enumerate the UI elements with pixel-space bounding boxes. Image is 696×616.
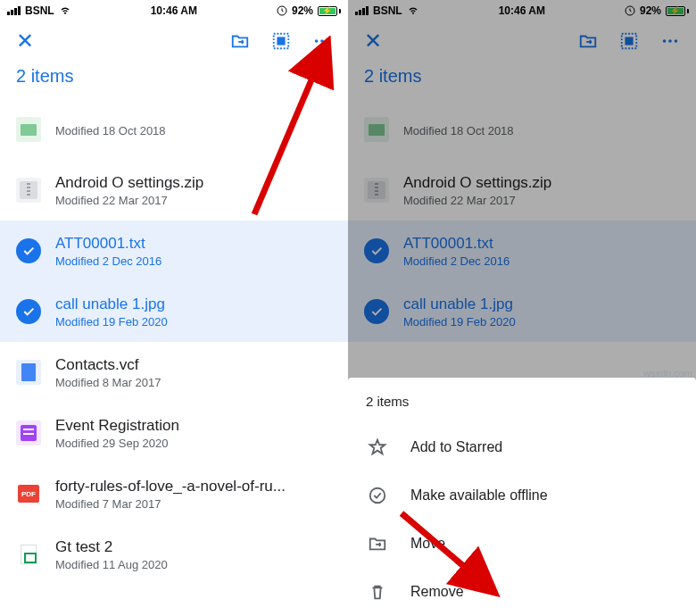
file-row[interactable]: ATT00001.txtModified 2 Dec 2016 bbox=[0, 221, 348, 281]
file-name: forty-rules-of-love_-a-novel-of-ru... bbox=[55, 478, 286, 495]
status-bar: BSNL 10:46 AM 92% ⚡ bbox=[0, 0, 348, 20]
file-modified: Modified 11 Aug 2020 bbox=[55, 558, 168, 571]
screen-right: BSNL 10:46 AM 92% ⚡ ✕ 2 items Modif bbox=[348, 0, 696, 616]
select-all-icon[interactable] bbox=[271, 31, 291, 51]
file-name: ATT00001.txt bbox=[55, 235, 162, 253]
svg-point-3 bbox=[320, 39, 324, 43]
move-icon bbox=[368, 534, 387, 554]
toolbar: ✕ bbox=[0, 20, 348, 62]
document-icon bbox=[16, 360, 41, 385]
folder-icon bbox=[16, 117, 41, 142]
file-row[interactable]: Contacts.vcfModified 8 Mar 2017 bbox=[0, 342, 348, 403]
clock-label: 10:46 AM bbox=[151, 4, 197, 17]
battery-icon: ⚡ bbox=[318, 6, 341, 16]
carrier-label: BSNL bbox=[25, 4, 54, 17]
file-modified: Modified 2 Dec 2016 bbox=[55, 254, 162, 268]
file-modified: Modified 18 Oct 2018 bbox=[55, 124, 166, 137]
svg-rect-1 bbox=[277, 37, 285, 45]
more-icon[interactable] bbox=[312, 31, 332, 51]
file-row[interactable]: Event RegistrationModified 29 Sep 2020 bbox=[0, 403, 348, 463]
selected-check-icon[interactable] bbox=[16, 299, 41, 324]
file-modified: Modified 19 Feb 2020 bbox=[55, 315, 168, 329]
sheet-title: 2 items bbox=[348, 390, 696, 423]
pdf-icon: PDF bbox=[16, 481, 41, 506]
sheet-item-label: Remove bbox=[410, 584, 464, 600]
file-name: Contacts.vcf bbox=[55, 356, 162, 374]
close-icon[interactable]: ✕ bbox=[16, 30, 34, 52]
sheet-item-move[interactable]: Move bbox=[348, 520, 696, 568]
file-modified: Modified 7 Mar 2017 bbox=[55, 497, 286, 511]
sheet-item-trash[interactable]: Remove bbox=[348, 568, 696, 616]
file-modified: Modified 8 Mar 2017 bbox=[55, 376, 162, 389]
file-modified: Modified 22 Mar 2017 bbox=[55, 194, 203, 207]
file-name: Event Registration bbox=[55, 417, 179, 435]
form-icon bbox=[16, 420, 41, 445]
offline-icon bbox=[368, 486, 387, 505]
sheet-item-label: Add to Starred bbox=[410, 439, 502, 455]
trash-icon bbox=[368, 582, 387, 602]
selection-count-label: 2 items bbox=[0, 62, 348, 99]
svg-point-10 bbox=[370, 488, 385, 504]
zip-icon bbox=[16, 178, 41, 203]
sheet-item-label: Move bbox=[410, 536, 445, 552]
rotation-lock-icon bbox=[277, 5, 287, 16]
svg-point-2 bbox=[315, 39, 319, 43]
screen-left: BSNL 10:46 AM 92% ⚡ ✕ 2 items bbox=[0, 0, 348, 616]
file-row[interactable]: Gt test 2Modified 11 Aug 2020 bbox=[0, 524, 348, 585]
watermark: wsxdn.com bbox=[643, 368, 692, 379]
action-sheet: 2 items Add to StarredMake available off… bbox=[348, 378, 696, 616]
star-icon bbox=[368, 437, 387, 457]
sheet-icon bbox=[16, 542, 41, 567]
move-folder-icon[interactable] bbox=[230, 31, 250, 51]
battery-label: 92% bbox=[292, 4, 313, 17]
file-row[interactable]: call unable 1.jpgModified 19 Feb 2020 bbox=[0, 281, 348, 342]
file-list: Modified 18 Oct 2018Android O settings.z… bbox=[0, 99, 348, 585]
file-row[interactable]: Android O settings.zipModified 22 Mar 20… bbox=[0, 160, 348, 221]
file-modified: Modified 29 Sep 2020 bbox=[55, 437, 179, 450]
file-row[interactable]: PDFforty-rules-of-love_-a-novel-of-ru...… bbox=[0, 463, 348, 524]
sheet-item-label: Make available offline bbox=[410, 487, 548, 504]
sheet-item-star[interactable]: Add to Starred bbox=[348, 423, 696, 471]
signal-icon bbox=[7, 6, 21, 15]
svg-point-4 bbox=[327, 39, 330, 43]
sheet-item-offline[interactable]: Make available offline bbox=[348, 471, 696, 520]
wifi-icon bbox=[59, 6, 71, 16]
file-name: Gt test 2 bbox=[55, 538, 168, 556]
file-row[interactable]: Modified 18 Oct 2018 bbox=[0, 99, 348, 160]
selected-check-icon[interactable] bbox=[16, 238, 41, 263]
file-name: call unable 1.jpg bbox=[55, 296, 168, 313]
file-name: Android O settings.zip bbox=[55, 174, 203, 192]
